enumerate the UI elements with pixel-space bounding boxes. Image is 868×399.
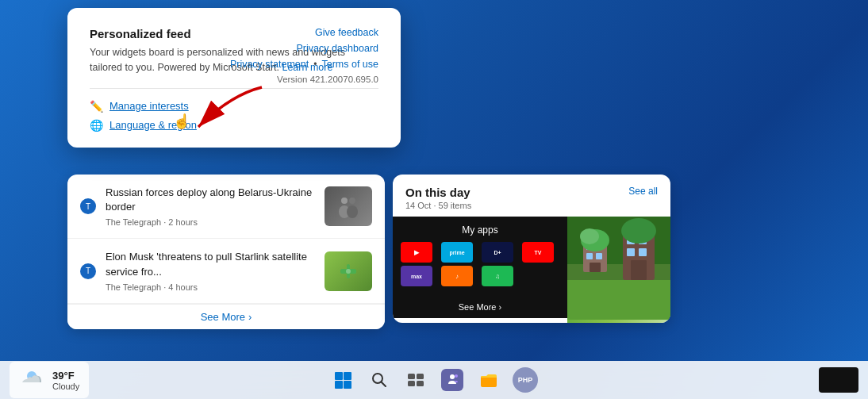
popup-right-links: Give feedback Privacy dashboard Privacy … [230,27,378,84]
see-more-button[interactable]: See More › [67,304,385,329]
teams-taskbar-icon[interactable] [436,364,468,396]
app-icon-prime[interactable]: prime [441,242,473,263]
svg-rect-23 [639,248,647,256]
svg-rect-14 [586,253,593,259]
weather-desc: Cloudy [52,382,79,391]
weather-widget[interactable]: 39°F Cloudy [10,362,89,398]
svg-rect-30 [344,381,351,389]
taskbar-center: PHP [327,364,541,396]
svg-rect-10 [567,280,670,320]
manage-interests-link[interactable]: Manage interests [109,100,189,112]
svg-rect-39 [481,376,497,387]
manage-interests-icon: ✏️ [90,100,103,113]
svg-point-7 [346,269,351,274]
svg-point-38 [455,374,458,378]
popup-links: ✏️ Manage interests 🌐 Language & region [90,100,378,132]
news-item-1[interactable]: T Russian forces deploy along Belarus-Uk… [67,175,385,239]
news-content-1: Russian forces deploy along Belarus-Ukra… [106,186,315,227]
app-icon-youtubetv[interactable]: TV [522,242,554,263]
php-icon-taskbar[interactable]: PHP [509,364,541,396]
news-image-1 [325,186,372,226]
svg-rect-16 [590,263,601,272]
manage-interests-item[interactable]: ✏️ Manage interests [90,100,378,113]
right-panel-header: On this day 14 Oct · 59 items See all [393,175,670,217]
taskbar-right [819,367,858,393]
news-meta-1: The Telegraph · 2 hours [106,217,315,227]
taskbar-end-block [819,367,858,393]
svg-rect-34 [417,374,424,379]
app-icon-hbo[interactable]: max [401,266,432,286]
language-region-icon: 🌐 [90,119,103,132]
news-item-2[interactable]: T Elon Musk 'threatens to pull Starlink … [67,239,385,303]
app-icon-disney[interactable]: D+ [482,242,513,263]
php-icon: PHP [513,367,538,393]
see-all-link[interactable]: See all [628,186,658,197]
svg-point-4 [347,205,358,218]
svg-point-25 [621,218,656,244]
on-this-day-title: On this day [405,186,471,199]
svg-point-37 [450,374,455,379]
apps-section: My apps ▶ prime D+ TV max ♪ ♫ See More › [393,217,567,323]
apps-grid: ▶ prime D+ TV max ♪ ♫ [401,242,559,286]
on-this-day-subtitle: 14 Oct · 59 items [405,201,471,210]
news-source-1: The Telegraph [106,217,161,227]
separator: • [313,59,317,70]
weather-temp: 39°F [52,370,79,382]
terms-of-use-link[interactable]: Terms of use [321,59,378,70]
taskbar-left: 39°F Cloudy [10,362,89,398]
news-meta-2: The Telegraph · 4 hours [106,282,315,292]
app-icon-youtube[interactable]: ▶ [401,242,432,263]
svg-rect-15 [596,253,602,259]
svg-point-2 [349,198,355,204]
language-region-item[interactable]: 🌐 Language & region [90,119,378,132]
right-panel-header-left: On this day 14 Oct · 59 items [405,186,471,210]
svg-line-32 [382,382,386,387]
right-panel-image [567,217,670,323]
popup-right-row: Privacy statement • Terms of use [230,59,378,70]
apps-grid-panel: My apps ▶ prime D+ TV max ♪ ♫ [393,217,567,294]
task-view-icon[interactable] [400,364,432,396]
svg-rect-28 [344,372,351,380]
popup-divider [90,88,378,89]
news-source-2: The Telegraph [106,282,161,292]
search-taskbar-icon[interactable] [363,364,395,396]
popup-panel: Personalized feed Your widgets board is … [67,8,401,148]
svg-rect-36 [417,381,424,386]
svg-rect-33 [408,374,415,379]
windows-start-icon[interactable] [327,364,359,396]
weather-info: 39°F Cloudy [52,370,79,391]
news-source-icon-1: T [80,198,96,214]
privacy-dashboard-link[interactable]: Privacy dashboard [230,43,378,54]
news-title-1: Russian forces deploy along Belarus-Ukra… [106,186,315,214]
apps-grid-title: My apps [401,224,559,236]
news-time-2: 4 hours [168,282,198,292]
news-image-2 [325,251,372,291]
svg-rect-35 [408,381,415,386]
news-time-1: 2 hours [168,217,198,227]
see-more-chevron: › [248,311,252,323]
version-text: Version 421.20070.695.0 [230,75,378,84]
svg-rect-29 [335,381,343,389]
weather-icon [19,365,44,395]
teams-icon [441,369,463,391]
news-area: T Russian forces deploy along Belarus-Uk… [67,175,385,329]
app-icon-spotify[interactable]: ♫ [482,266,513,286]
news-title-2: Elon Musk 'threatens to pull Starlink sa… [106,250,315,278]
language-region-link[interactable]: Language & region [109,119,197,131]
svg-point-1 [341,198,348,204]
svg-rect-22 [627,248,635,256]
news-content-2: Elon Musk 'threatens to pull Starlink sa… [106,250,315,291]
svg-point-18 [580,228,599,244]
right-panel-content: My apps ▶ prime D+ TV max ♪ ♫ See More › [393,217,670,323]
taskbar: 39°F Cloudy [0,361,868,399]
see-more-apps[interactable]: See More › [393,294,567,318]
give-feedback-link[interactable]: Give feedback [230,27,378,38]
on-this-day-panel: On this day 14 Oct · 59 items See all My… [393,175,670,323]
svg-rect-24 [631,260,647,280]
privacy-statement-link[interactable]: Privacy statement [230,59,309,70]
svg-rect-27 [335,372,343,380]
see-more-label: See More [201,311,245,323]
news-source-icon-2: T [80,263,96,279]
app-icon-apple-music[interactable]: ♪ [441,266,473,286]
file-explorer-icon[interactable] [473,364,505,396]
